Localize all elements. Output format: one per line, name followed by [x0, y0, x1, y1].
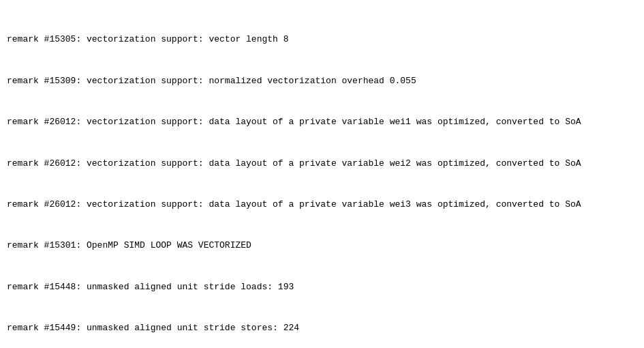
- log-line: remark #15309: vectorization support: no…: [7, 74, 637, 88]
- log-line: remark #26012: vectorization support: da…: [7, 198, 637, 212]
- log-line: remark #15305: vectorization support: ve…: [7, 33, 637, 46]
- log-line: remark #26012: vectorization support: da…: [7, 157, 637, 171]
- log-line: remark #15448: unmasked aligned unit str…: [7, 280, 637, 294]
- log-output: remark #15305: vectorization support: ve…: [7, 5, 637, 348]
- log-line: remark #26012: vectorization support: da…: [7, 115, 637, 129]
- log-line: remark #15449: unmasked aligned unit str…: [7, 321, 637, 335]
- log-line: remark #15301: OpenMP SIMD LOOP WAS VECT…: [7, 239, 637, 252]
